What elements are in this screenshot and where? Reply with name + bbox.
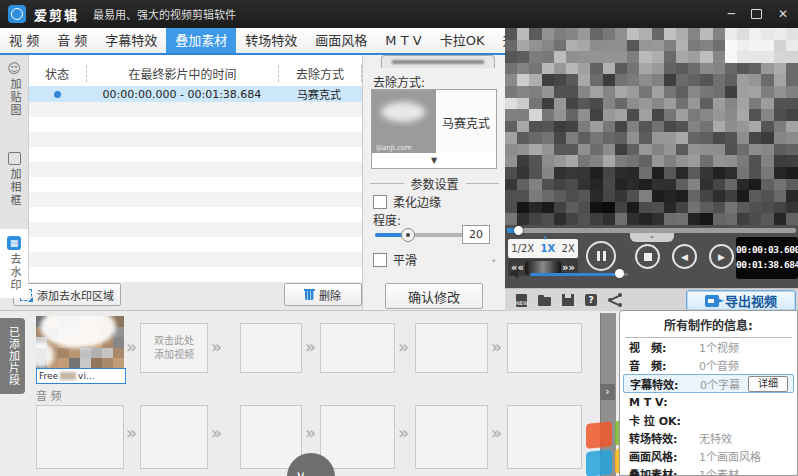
slider-thumb[interactable] [401,228,415,242]
degree-value-box[interactable]: 20 [462,225,490,244]
detail-button[interactable]: 详细 [748,376,788,392]
mosaic-cell [505,86,518,98]
mosaic-cell [725,74,738,86]
mosaic-cell [566,109,579,121]
empty-audio-slot[interactable] [36,405,124,469]
mosaic-cell [688,51,701,63]
share-icon[interactable] [608,293,622,307]
mosaic-cell [676,28,689,40]
mosaic-cell [615,121,628,133]
mosaic-cell [749,40,762,52]
help-icon[interactable]: ? [585,294,597,306]
empty-clip-slot[interactable] [507,323,582,373]
menu-item-karaoke[interactable]: 卡拉OK [431,28,494,53]
menu-item-audio[interactable]: 音 频 [48,28,96,53]
sidebar-item-remove-watermark[interactable]: ▦ 去水印 [0,229,28,298]
add-region-button[interactable]: 添加去水印区域 [13,283,121,306]
mosaic-cell [615,28,628,40]
table-row[interactable]: 00:00:00.000 - 00:01:38.684 马赛克式 [28,86,362,102]
sidebar-item-add-frame[interactable]: 加相框 [0,145,28,213]
empty-clip-slot[interactable] [415,323,488,373]
mosaic-cell [725,190,738,202]
mosaic-cell [627,109,640,121]
next-frame-button[interactable]: ▶ [709,244,734,269]
clip-thumbnail[interactable] [36,316,124,369]
export-video-button[interactable]: 导出视频 [686,290,796,311]
mosaic-cell [615,51,628,63]
mosaic-cell [652,132,665,144]
menu-item-picture-style[interactable]: 画面风格 [306,28,376,53]
mosaic-cell [664,132,677,144]
mosaic-cell [774,179,787,191]
smooth-checkbox[interactable]: 平滑 [373,251,417,268]
empty-audio-slot[interactable] [415,405,488,469]
empty-audio-slot[interactable] [507,405,582,469]
open-file-icon[interactable] [538,297,551,306]
mosaic-cell [749,63,762,75]
add-video-placeholder[interactable]: 双击此处 添加视频 [140,323,208,373]
player-controls: ⌄ 1/2X 1X 2X «« »» ◀ ▶ 00:00:03.600 00:0… [505,225,798,288]
column-time: 在最终影片中的时间 [86,65,279,82]
close-button[interactable]: ✕ [778,7,788,21]
mosaic-cell [664,74,677,86]
empty-audio-slot[interactable] [140,405,208,469]
menu-item-subtitle-fx[interactable]: 字幕特效 [96,28,166,53]
speed-2x-button[interactable]: 2X [562,243,575,254]
mosaic-cell [688,202,701,214]
mosaic-cell [554,179,567,191]
seek-thumb[interactable] [514,226,523,235]
menu-item-mtv[interactable]: M T V [376,28,430,53]
menu-item-video[interactable]: 视 频 [0,28,48,53]
chevron-separator-icon: » [305,337,316,357]
mosaic-cell [603,155,616,167]
video-preview[interactable] [505,28,798,225]
volume-thumb[interactable] [615,269,624,278]
mosaic-cell [627,179,640,191]
mosaic-cell [774,202,787,214]
mosaic-cell [505,144,518,156]
mosaic-cell [639,63,652,75]
speed-half-button[interactable]: 1/2X [511,243,534,254]
volume-slider[interactable] [530,273,622,276]
empty-clip-slot[interactable] [320,323,395,373]
mosaic-cell [590,63,603,75]
prev-frame-button[interactable]: ◀ [672,244,697,269]
mosaic-cell [761,121,774,133]
stop-button[interactable] [635,244,660,269]
minimize-button[interactable]: ─ [728,7,735,21]
method-dropdown-button[interactable]: ▼ [371,153,497,169]
info-row-style: 画面风格:1个画面风格 [623,447,794,465]
mosaic-cell [554,202,567,214]
mosaic-cell [517,121,530,133]
confirm-button[interactable]: 确认修改 [385,283,483,309]
added-clips-tab[interactable]: 已添加片段 [0,318,25,394]
speed-1x-button[interactable]: 1X [541,243,556,254]
sidebar-item-add-sticker[interactable]: ☺ 加贴图 [0,55,28,123]
maximize-button[interactable] [751,9,762,19]
chevron-separator-icon: » [491,337,502,357]
mosaic-cell [713,63,726,75]
empty-audio-slot[interactable] [320,405,395,469]
mosaic-cell [566,98,579,110]
mosaic-cell [542,28,555,40]
save-icon[interactable] [562,294,574,306]
app-title: 爱剪辑 [34,5,79,24]
settings-panel: 去除方式: iJianJi.com 马赛克式 ▼ 参数设置 柔化边缘 程度: 2… [362,55,506,310]
scroll-down-icon[interactable]: ˅ [491,258,497,271]
menu-item-transition-fx[interactable]: 转场特效 [236,28,306,53]
mosaic-cell [578,121,591,133]
method-selector[interactable]: iJianJi.com 马赛克式 [371,89,497,155]
menu-item-overlay[interactable]: 叠加素材 [166,28,236,53]
empty-clip-slot[interactable] [240,323,302,373]
collapse-notch[interactable]: ⌄ [630,233,674,242]
new-project-icon[interactable]: NEW [516,294,527,307]
mosaic-cell [639,86,652,98]
scroll-right-arrow[interactable]: › [600,384,615,400]
clip-caption[interactable]: Free vi... [36,368,126,384]
mosaic-cell [517,179,530,191]
mosaic-cell [713,132,726,144]
delete-button[interactable]: 删除 [284,283,362,306]
pause-button[interactable] [586,241,616,271]
soften-edge-checkbox[interactable]: 柔化边缘 [373,193,441,210]
mosaic-cell [749,109,762,121]
